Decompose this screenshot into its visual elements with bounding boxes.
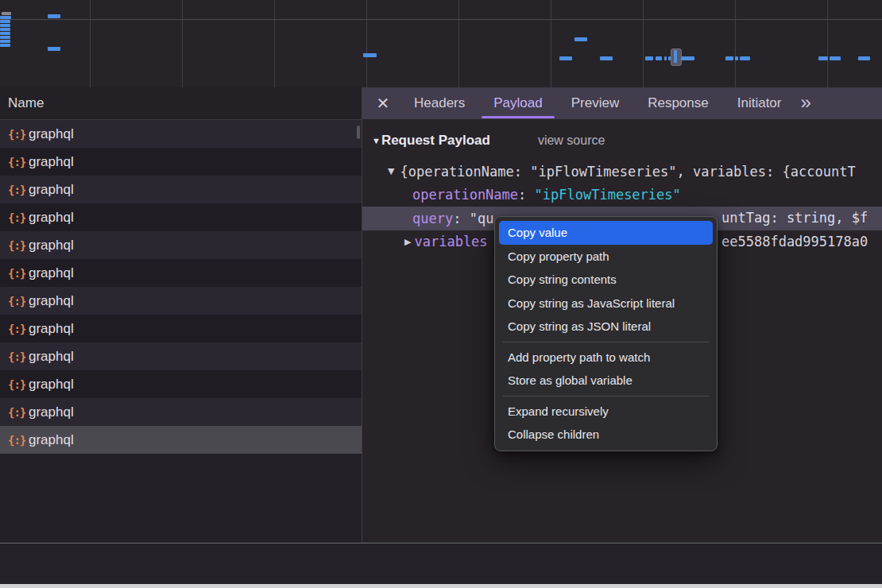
request-timing-bar — [0, 28, 10, 31]
request-row[interactable]: {:}graphql — [0, 259, 362, 287]
collapse-triangle-icon[interactable]: ▼ — [388, 166, 394, 176]
request-timing-bar — [600, 56, 613, 60]
request-row[interactable]: {:}graphql — [0, 148, 362, 176]
menu-item-store-as-global-variable[interactable]: Store as global variable — [499, 369, 713, 393]
json-braces-icon: {:} — [8, 434, 29, 447]
key-value-separator: : — [518, 187, 534, 203]
request-row[interactable]: {:}graphql — [0, 203, 362, 231]
timeline-ruler-line — [0, 19, 882, 20]
property-key: operationName — [412, 187, 518, 203]
property-key: query — [412, 211, 453, 226]
request-timing-bar — [681, 56, 694, 60]
devtools-network-panel: Name {:}graphql{:}graphql{:}graphql{:}gr… — [0, 0, 882, 588]
request-row-selected[interactable]: {:}graphql — [0, 426, 362, 454]
request-row[interactable]: {:}graphql — [0, 370, 362, 398]
request-name-label: graphql — [29, 182, 74, 198]
timeline-gridline — [90, 0, 91, 87]
request-timing-bar — [48, 14, 60, 18]
collapse-triangle-icon[interactable]: ▼ — [372, 136, 381, 145]
scrollbar-thumb[interactable] — [357, 126, 360, 139]
request-timing-bar — [0, 16, 11, 19]
request-row[interactable]: {:}graphql — [0, 315, 362, 342]
request-timing-bar — [725, 56, 733, 60]
request-name-label: graphql — [29, 210, 74, 226]
section-title: Request Payload — [381, 133, 490, 149]
request-row[interactable]: {:}graphql — [0, 231, 362, 259]
menu-item-add-property-path-to-watch[interactable]: Add property path to watch — [499, 346, 713, 369]
json-braces-icon: {:} — [8, 128, 29, 141]
timeline-gridline — [643, 0, 644, 87]
request-name-label: graphql — [29, 126, 74, 142]
tree-row-root-preview[interactable]: ▼{operationName: "ipFlowTimeseries", var… — [362, 160, 882, 184]
tab-preview[interactable]: Preview — [559, 87, 631, 119]
request-timing-bar — [0, 24, 10, 27]
menu-separator — [503, 342, 709, 342]
json-braces-icon: {:} — [8, 156, 29, 168]
request-timing-bar — [818, 56, 828, 60]
json-braces-icon: {:} — [8, 323, 29, 335]
request-row[interactable]: {:}graphql — [0, 120, 362, 148]
timeline-gridline — [551, 0, 551, 87]
network-overview-timeline[interactable] — [0, 0, 882, 88]
menu-item-copy-string-as-javascript-literal[interactable]: Copy string as JavaScript literal — [499, 292, 713, 315]
tab-payload[interactable]: Payload — [482, 87, 554, 119]
menu-item-collapse-children[interactable]: Collapse children — [499, 423, 713, 447]
more-tabs-icon[interactable]: » — [800, 87, 809, 119]
tab-headers[interactable]: Headers — [402, 87, 477, 119]
request-timing-bar — [664, 56, 667, 60]
status-footer — [0, 543, 882, 585]
requests-table: Name {:}graphql{:}graphql{:}graphql{:}gr… — [0, 87, 362, 543]
menu-item-copy-property-path[interactable]: Copy property path — [499, 245, 713, 269]
tab-initiator[interactable]: Initiator — [725, 87, 794, 119]
timeline-gridline — [458, 0, 459, 87]
details-tabbar: ✕ HeadersPayloadPreviewResponseInitiator… — [362, 87, 882, 119]
tree-row-operation-name[interactable]: operationName: "ipFlowTimeseries" — [362, 184, 882, 207]
request-timing-bar — [674, 50, 677, 63]
request-row[interactable]: {:}graphql — [0, 342, 362, 370]
menu-item-copy-string-contents[interactable]: Copy string contents — [499, 268, 713, 292]
request-timing-bar — [48, 47, 60, 51]
request-timing-bar — [830, 56, 841, 60]
key-value-separator: : — [453, 211, 469, 226]
view-source-link[interactable]: view source — [538, 133, 605, 148]
request-name-label: graphql — [29, 265, 74, 281]
request-name-label: graphql — [29, 238, 74, 253]
request-timing-bar — [740, 56, 750, 60]
request-row[interactable]: {:}graphql — [0, 176, 362, 203]
details-tabs: HeadersPayloadPreviewResponseInitiator — [400, 87, 795, 119]
timeline-gridline — [735, 0, 736, 87]
json-braces-icon: {:} — [8, 267, 29, 280]
menu-item-expand-recursively[interactable]: Expand recursively — [499, 400, 713, 424]
property-value-string: "ipFlowTimeseries" — [535, 187, 681, 203]
expand-triangle-icon[interactable]: ▶ — [404, 237, 411, 247]
request-timing-bar — [645, 56, 653, 60]
request-name-label: graphql — [29, 432, 74, 448]
requests-rows: {:}graphql{:}graphql{:}graphql{:}graphql… — [0, 120, 362, 454]
request-timing-bar — [0, 32, 10, 35]
request-row[interactable]: {:}graphql — [0, 398, 362, 426]
request-timing-bar — [0, 44, 10, 47]
request-name-label: graphql — [29, 154, 74, 170]
name-column-label: Name — [8, 95, 44, 110]
close-icon[interactable]: ✕ — [373, 87, 393, 119]
request-timing-bar — [0, 40, 10, 43]
request-timing-bar — [656, 56, 662, 60]
request-name-label: graphql — [29, 293, 74, 309]
property-value-fragment-right: untTag: string, $f — [721, 207, 868, 230]
property-value-fragment-right: ee5588fdad995178a0 — [721, 230, 868, 254]
timeline-gridline — [182, 0, 183, 87]
context-menu: Copy valueCopy property pathCopy string … — [494, 216, 718, 451]
menu-separator — [503, 396, 709, 397]
menu-item-copy-value[interactable]: Copy value — [499, 221, 713, 245]
timeline-gridline — [274, 0, 275, 87]
request-timing-bar — [363, 53, 377, 57]
request-name-label: graphql — [29, 349, 74, 365]
menu-item-copy-string-as-json-literal[interactable]: Copy string as JSON literal — [499, 315, 713, 338]
request-row[interactable]: {:}graphql — [0, 287, 362, 315]
request-payload-section-header[interactable]: ▼ Request Payload view source — [372, 129, 605, 153]
name-column-header[interactable]: Name — [0, 87, 362, 120]
request-timing-bar — [559, 56, 572, 60]
request-name-label: graphql — [29, 321, 74, 337]
request-timing-bar — [858, 56, 870, 60]
tab-response[interactable]: Response — [636, 87, 721, 119]
